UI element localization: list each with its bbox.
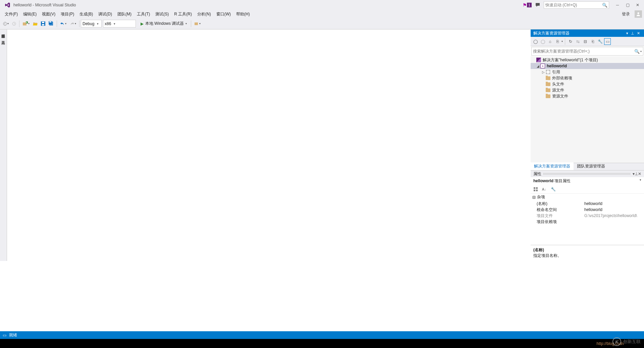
collapse-icon[interactable]: ◢	[536, 64, 540, 68]
svg-rect-15	[536, 190, 538, 191]
bottom-bar: http://blog.csdn	[0, 339, 644, 348]
properties-description: (名称) 指定项目名称。	[531, 245, 644, 261]
menu-analyze[interactable]: 分析(N)	[195, 10, 214, 18]
menu-debug[interactable]: 调试(D)	[96, 10, 115, 18]
nav-back-button[interactable]: ▾	[1, 20, 10, 28]
server-explorer-tab[interactable]: 服务器资源管理器	[0, 29, 6, 33]
minimize-button[interactable]: ─	[612, 1, 623, 9]
user-avatar-icon[interactable]	[635, 10, 642, 18]
external-deps-node[interactable]: 外部依赖项	[531, 75, 644, 81]
start-debugging-button[interactable]: ▶ 本地 Windows 调试器 ▾	[138, 20, 190, 27]
se-preview-icon[interactable]: ▭	[604, 38, 611, 45]
expand-icon[interactable]: ▷	[541, 70, 545, 74]
watermark-logo-icon: K	[612, 337, 621, 346]
references-node[interactable]: ▷ 引用	[531, 69, 644, 75]
se-forward-icon[interactable]: ◯	[539, 38, 546, 45]
flag-icon: ⚑	[523, 2, 527, 8]
se-collapse-icon[interactable]: ⊟	[582, 38, 589, 45]
se-refresh-icon[interactable]: ↻	[567, 38, 574, 45]
svg-rect-7	[42, 24, 44, 25]
open-file-button[interactable]	[31, 20, 39, 28]
quick-launch-input[interactable]	[545, 3, 602, 7]
maximize-button[interactable]: ▢	[623, 1, 633, 9]
se-properties-icon[interactable]: 🔧	[597, 38, 603, 45]
se-back-icon[interactable]: ◯	[532, 38, 539, 45]
solution-node[interactable]: 解决方案"helloworld"(1 个项目)	[531, 57, 644, 63]
menu-tools[interactable]: 工具(T)	[134, 10, 153, 18]
solution-explorer-header[interactable]: 解决方案资源管理器 ▾ ⊥ ✕	[531, 29, 644, 37]
menu-edit[interactable]: 编辑(E)	[20, 10, 39, 18]
toolbar-extra-button[interactable]: ▾	[193, 20, 202, 28]
tab-team-explorer[interactable]: 团队资源管理器	[574, 162, 608, 170]
menu-rtools[interactable]: R 工具(R)	[171, 10, 195, 18]
svg-rect-6	[42, 22, 44, 23]
sources-node[interactable]: 源文件	[531, 87, 644, 93]
redo-button[interactable]: ▾	[68, 20, 78, 28]
nav-forward-button[interactable]	[10, 20, 18, 28]
menu-window[interactable]: 窗口(W)	[214, 10, 233, 18]
solution-search-input[interactable]	[533, 49, 634, 54]
svg-point-0	[637, 12, 639, 14]
se-sync-icon[interactable]: ⇆	[575, 38, 581, 45]
tab-solution-explorer[interactable]: 解决方案资源管理器	[531, 162, 574, 170]
panel-pin-icon[interactable]: ⊥	[630, 31, 636, 36]
svg-rect-13	[536, 187, 538, 189]
menu-build[interactable]: 生成(B)	[77, 10, 96, 18]
project-node[interactable]: ◢ + helloworld	[531, 63, 644, 69]
solution-explorer-toolbar: ◯ ◯ ⌂ ⎘ ▾ ↻ ⇆ ⊟ ⎗ 🔧 ▭	[531, 37, 644, 46]
vs-logo-icon	[4, 2, 11, 8]
se-home-icon[interactable]: ⌂	[547, 38, 553, 45]
signin-link[interactable]: 登录	[619, 10, 633, 18]
status-text: 就绪	[9, 332, 17, 338]
undo-button[interactable]: ▾	[58, 20, 68, 28]
status-bar: ▭ 就绪	[0, 331, 644, 339]
props-wrench-icon[interactable]: 🔧	[549, 186, 557, 193]
menu-team[interactable]: 团队(M)	[115, 10, 134, 18]
svg-rect-11	[195, 22, 198, 25]
menu-view[interactable]: 视图(V)	[39, 10, 58, 18]
menu-test[interactable]: 测试(S)	[153, 10, 171, 18]
play-icon: ▶	[141, 21, 144, 26]
properties-header[interactable]: 属性 ▾ ⊥ ✕	[531, 170, 644, 177]
solution-explorer-title: 解决方案资源管理器	[533, 30, 570, 36]
svg-rect-12	[534, 187, 535, 189]
category-row[interactable]: ⊟ 杂项	[531, 194, 644, 201]
prop-row-namespace[interactable]: 根命名空间helloworld	[531, 207, 644, 213]
configuration-dropdown[interactable]: Debug▾	[81, 20, 102, 27]
panel-close-icon[interactable]: ✕	[636, 31, 641, 36]
close-button[interactable]: ✕	[633, 1, 643, 9]
menu-help[interactable]: 帮助(H)	[233, 10, 253, 18]
se-scope-icon[interactable]: ⎘	[554, 38, 561, 45]
solution-tree[interactable]: 解决方案"helloworld"(1 个项目) ◢ + helloworld ▷…	[531, 56, 644, 163]
solution-icon	[536, 58, 541, 62]
notification-flag[interactable]: ⚑ 1	[523, 2, 532, 8]
properties-grid: ⊟ 杂项 (名称)helloworld 根命名空间helloworld 项目文件…	[531, 194, 644, 245]
props-close-icon[interactable]: ✕	[638, 171, 641, 176]
save-all-button[interactable]	[47, 20, 55, 28]
quick-launch-box[interactable]: 🔍	[544, 1, 609, 9]
feedback-icon[interactable]	[535, 2, 540, 8]
left-tool-panel: 服务器资源管理器 工具箱	[0, 29, 7, 261]
right-panel-tabs: 解决方案资源管理器 团队资源管理器	[531, 163, 644, 170]
platform-dropdown[interactable]: x86▾	[103, 20, 136, 27]
toolbox-tab[interactable]: 工具箱	[0, 36, 6, 40]
alphabetical-icon[interactable]: A↓	[541, 186, 548, 193]
svg-point-2	[12, 22, 16, 25]
menu-file[interactable]: 文件(F)	[2, 10, 20, 18]
menu-project[interactable]: 项目(P)	[58, 10, 77, 18]
categorized-icon[interactable]	[532, 186, 539, 193]
prop-row-projectfile[interactable]: 项目文件G:\vs2017projects\helloworld\	[531, 213, 644, 219]
new-project-button[interactable]: ▾	[21, 20, 31, 28]
solution-search-box[interactable]: 🔍▾	[531, 47, 643, 56]
headers-node[interactable]: 头文件	[531, 81, 644, 87]
prop-row-dependencies[interactable]: 项目依赖项	[531, 219, 644, 225]
folder-icon	[546, 88, 550, 92]
save-button[interactable]	[39, 20, 47, 28]
se-showall-icon[interactable]: ⎗	[589, 38, 596, 45]
panel-dropdown-icon[interactable]: ▾	[625, 31, 630, 36]
title-bar: helloworld - Microsoft Visual Studio ⚑ 1…	[0, 0, 644, 10]
props-pin-icon[interactable]: ⊥	[635, 171, 638, 176]
resources-node[interactable]: 资源文件	[531, 93, 644, 99]
prop-row-name[interactable]: (名称)helloworld	[531, 201, 644, 207]
properties-object-selector[interactable]: helloworld 项目属性 ▾	[531, 177, 644, 185]
